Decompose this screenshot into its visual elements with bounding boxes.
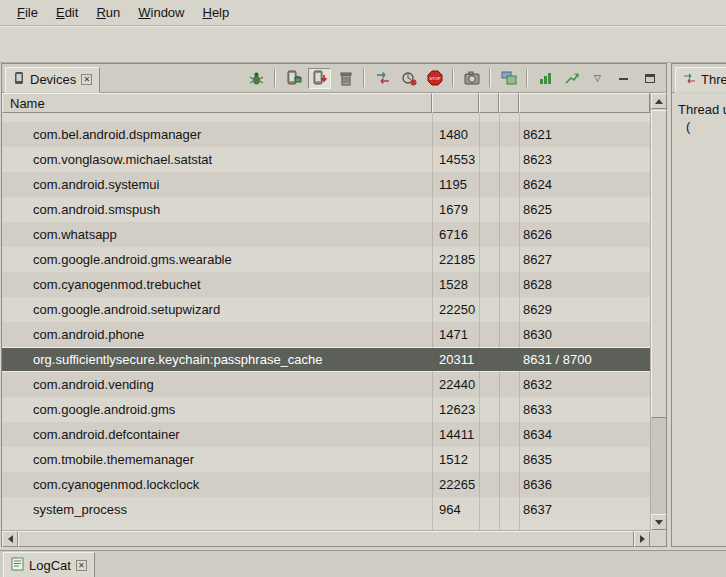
- logcat-icon: [11, 557, 24, 574]
- threads-tabbar: Threads: [672, 64, 726, 93]
- vertical-scroll-thumb[interactable]: [651, 110, 667, 418]
- toolbar-separator: [363, 69, 365, 87]
- table-row[interactable]: com.google.android.gms.wearable 22185 86…: [2, 247, 650, 272]
- toolbar-separator: [489, 69, 491, 87]
- dump-hprof-icon[interactable]: [308, 68, 331, 89]
- devices-toolbar: STOP: [245, 68, 666, 89]
- horizontal-scroll-thumb[interactable]: [18, 531, 634, 547]
- process-name: com.cyanogenmod.trebuchet: [33, 272, 201, 297]
- process-port: 8635: [523, 447, 552, 472]
- table-row[interactable]: com.android.phone 1471 8630: [2, 322, 650, 347]
- threads-panel: Threads Thread up (: [671, 63, 726, 547]
- stop-process-icon[interactable]: STOP: [423, 68, 446, 89]
- process-pid: 1471: [439, 322, 468, 347]
- table-row[interactable]: com.google.android.setupwizard 22250 862…: [2, 297, 650, 322]
- process-port: 8636: [523, 472, 552, 497]
- menu-run[interactable]: Run: [87, 1, 129, 24]
- threads-message-line2: (: [678, 118, 726, 135]
- process-pid: 1512: [439, 447, 468, 472]
- vertical-scrollbar[interactable]: [650, 93, 666, 530]
- view-menu-icon[interactable]: [586, 68, 609, 89]
- close-icon[interactable]: [76, 560, 87, 571]
- column-header-port[interactable]: [519, 93, 650, 113]
- process-pid: 22265: [439, 472, 475, 497]
- table-row[interactable]: com.tmobile.thememanager 1512 8635: [2, 447, 650, 472]
- process-pid: 6716: [439, 222, 468, 247]
- table-row[interactable]: com.whatsapp 6716 8626: [2, 222, 650, 247]
- process-port: 8623: [523, 147, 552, 172]
- process-table: Name com.bel.android.dspmanager 1480 862…: [2, 93, 666, 546]
- process-pid: 20311: [439, 348, 474, 371]
- menu-edit[interactable]: Edit: [47, 1, 87, 24]
- table-row[interactable]: org.sufficientlysecure.keychain:passphra…: [2, 347, 650, 372]
- table-row[interactable]: system_process 964 8637: [2, 497, 650, 522]
- column-header-pid[interactable]: [432, 93, 479, 113]
- menu-bar: File Edit Run Window Help: [0, 0, 726, 26]
- table-row[interactable]: com.android.systemui 1195 8624: [2, 172, 650, 197]
- process-name: com.vonglasow.michael.satstat: [33, 147, 212, 172]
- toolbar-separator: [452, 69, 454, 87]
- process-port: 8630: [523, 322, 552, 347]
- sysinfo-trend-icon[interactable]: [560, 68, 583, 89]
- process-name: com.cyanogenmod.lockclock: [33, 472, 199, 497]
- table-row[interactable]: com.android.smspush 1679 8625: [2, 197, 650, 222]
- menu-file[interactable]: File: [8, 1, 47, 24]
- tab-threads[interactable]: Threads: [675, 67, 726, 93]
- table-header: Name: [2, 93, 650, 113]
- update-heap-icon[interactable]: [282, 68, 305, 89]
- minimize-icon[interactable]: [612, 68, 635, 89]
- table-row[interactable]: com.google.android.gms 12623 8633: [2, 397, 650, 422]
- scroll-down-arrow[interactable]: [651, 514, 667, 530]
- process-pid: 22185: [439, 247, 475, 272]
- process-name: com.android.smspush: [33, 197, 160, 222]
- devices-panel: Devices STOP: [1, 63, 667, 547]
- threads-message: Thread up (: [672, 93, 726, 135]
- debug-process-icon[interactable]: [245, 68, 268, 89]
- main-toolbar-strip: [0, 26, 726, 63]
- process-port: 8624: [523, 172, 552, 197]
- toolbar-separator: [274, 69, 276, 87]
- process-pid: 14553: [439, 147, 475, 172]
- scroll-right-arrow[interactable]: [634, 531, 650, 547]
- column-header-threads[interactable]: [499, 93, 519, 113]
- menu-help[interactable]: Help: [193, 1, 238, 24]
- sysinfo-bars-icon[interactable]: [534, 68, 557, 89]
- tab-devices[interactable]: Devices: [5, 67, 100, 93]
- process-table-body: com.bel.android.dspmanager 1480 8621 com…: [2, 113, 650, 530]
- table-row[interactable]: com.android.defcontainer 14411 8634: [2, 422, 650, 447]
- process-name: org.sufficientlysecure.keychain:passphra…: [33, 348, 323, 371]
- process-pid: 22250: [439, 297, 475, 322]
- logcat-bar: LogCat: [0, 550, 726, 577]
- process-pid: 14411: [439, 422, 474, 447]
- menu-window[interactable]: Window: [129, 1, 193, 24]
- start-method-profiling-icon[interactable]: [397, 68, 420, 89]
- table-row[interactable]: com.cyanogenmod.lockclock 22265 8636: [2, 472, 650, 497]
- scroll-left-arrow[interactable]: [2, 531, 18, 547]
- horizontal-scrollbar[interactable]: [2, 530, 650, 546]
- tab-logcat[interactable]: LogCat: [3, 552, 95, 577]
- update-threads-icon[interactable]: [371, 68, 394, 89]
- ddms-window: { "menu": { "items": ["File", "Edit", "R…: [0, 0, 726, 577]
- threads-icon: [683, 72, 696, 88]
- process-port: 8633: [523, 397, 552, 422]
- cause-gc-icon[interactable]: [334, 68, 357, 89]
- screen-capture-icon[interactable]: [460, 68, 483, 89]
- table-row[interactable]: com.vonglasow.michael.satstat 14553 8623: [2, 147, 650, 172]
- process-name: com.android.vending: [33, 372, 154, 397]
- process-pid: 22440: [439, 372, 475, 397]
- dump-view-hierarchy-icon[interactable]: [497, 68, 520, 89]
- maximize-icon[interactable]: [638, 68, 661, 89]
- process-pid: 1480: [439, 122, 468, 147]
- process-port: 8631 / 8700: [523, 348, 592, 371]
- column-header-heap[interactable]: [479, 93, 499, 113]
- process-name: com.tmobile.thememanager: [33, 447, 194, 472]
- close-icon[interactable]: [81, 74, 92, 85]
- scroll-up-arrow[interactable]: [651, 93, 667, 109]
- table-row[interactable]: com.cyanogenmod.trebuchet 1528 8628: [2, 272, 650, 297]
- process-pid: 1528: [439, 272, 468, 297]
- process-port: 8626: [523, 222, 552, 247]
- table-row[interactable]: com.android.vending 22440 8632: [2, 372, 650, 397]
- table-row[interactable]: com.bel.android.dspmanager 1480 8621: [2, 122, 650, 147]
- process-name: com.bel.android.dspmanager: [33, 122, 201, 147]
- column-header-name[interactable]: Name: [2, 93, 432, 113]
